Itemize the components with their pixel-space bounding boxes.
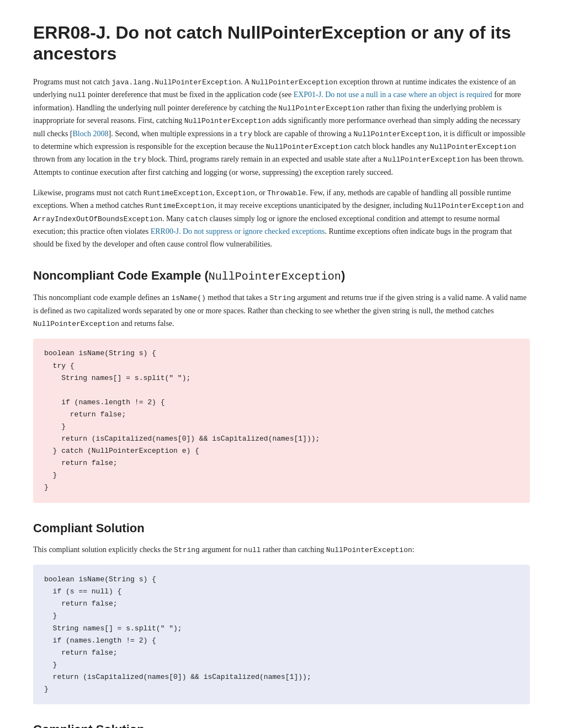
code-isname: isName() <box>171 294 205 302</box>
code-npe6: NullPointerException <box>424 202 511 210</box>
code-null2: null <box>243 546 261 554</box>
code-npe4: NullPointerException <box>354 130 440 138</box>
code-throwable: Throwable <box>267 189 306 197</box>
section1-description: This noncompliant code example defines a… <box>33 291 530 330</box>
code-re2: RuntimeException <box>145 202 214 210</box>
compliant-code-block-1: boolean isName(String s) { if (s == null… <box>33 565 530 704</box>
page-title: ERR08-J. Do not catch NullPointerExcepti… <box>33 22 530 65</box>
section2-description: This compliant solution explicitly check… <box>33 543 530 556</box>
code-catch: catch <box>186 215 208 223</box>
code-string2: String <box>174 546 200 554</box>
section1-heading-code: NullPointerException <box>209 270 341 283</box>
link-err00[interactable]: ERR00-J. Do not suppress or ignore check… <box>151 227 325 235</box>
code-npe3: NullPointerException <box>184 117 270 125</box>
noncompliant-code-block: boolean isName(String s) { try { String … <box>33 339 530 502</box>
code-java-npe: java.lang.NullPointerException <box>111 78 241 87</box>
code-npe7: NullPointerException <box>33 320 119 328</box>
code-npe: NullPointerException <box>251 78 337 87</box>
code-try2: try <box>133 156 146 164</box>
intro-paragraph-2: Likewise, programs must not catch Runtim… <box>33 186 530 251</box>
link-exp01[interactable]: EXP01-J. Do not use a null in a case whe… <box>294 90 492 99</box>
section1-heading: Noncompliant Code Example (NullPointerEx… <box>33 266 530 286</box>
code-nullpoin: NullPoin​terException <box>430 143 516 151</box>
code-re: RuntimeException <box>144 189 213 197</box>
code-npe-wrap: NullPointerExceptio​n <box>383 156 469 164</box>
code-aioob: ArrayIndexOutOfBoundsException <box>33 215 162 223</box>
code-try: try <box>239 130 252 138</box>
code-npe2: NullPointerException <box>278 104 364 113</box>
code-null: null <box>68 91 86 99</box>
code-string: String <box>269 294 295 302</box>
code-npe5: NullPointerException <box>266 143 352 151</box>
section2-heading: Compliant Solution <box>33 518 530 538</box>
link-bloch[interactable]: Bloch 2008 <box>73 130 109 138</box>
intro-paragraph-1: Programs must not catch java.lang.NullPo… <box>33 76 530 179</box>
code-npe8: NullPointerException <box>326 546 412 554</box>
code-exc: Exception <box>216 189 255 197</box>
section3-heading: Compliant Solution <box>33 720 530 728</box>
